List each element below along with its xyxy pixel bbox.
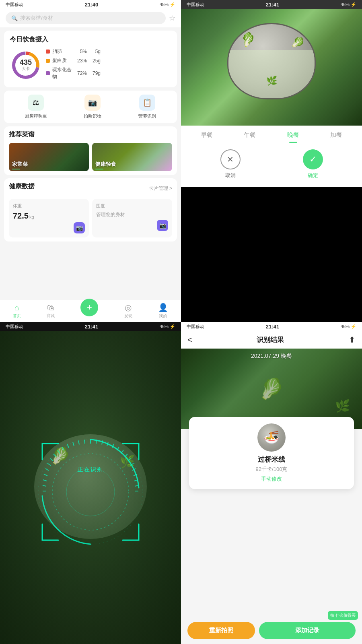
tool-nutrition[interactable]: 📋 营养识别 — [138, 95, 156, 119]
tool-scale[interactable]: ⚖ 厨房秤称重 — [25, 95, 47, 119]
tab-breakfast[interactable]: 早餐 — [201, 131, 213, 143]
battery-2: 46%⚡ — [341, 2, 356, 7]
weight-unit: kg — [29, 215, 34, 219]
fat-pct: 5% — [75, 49, 87, 54]
svg-point-4 — [38, 440, 143, 544]
search-icon: 🔍 — [11, 15, 18, 21]
manage-link[interactable]: 卡片管理 > — [149, 185, 172, 192]
nav-home[interactable]: ⌂ 首页 — [13, 303, 21, 319]
svg-line-34 — [43, 485, 46, 486]
share-button[interactable]: ⬆ — [349, 335, 356, 345]
recipe-card-homestyle[interactable]: 家常菜 — [9, 143, 89, 171]
calorie-value: 435 — [20, 59, 32, 66]
battery-4: 46%⚡ — [341, 324, 356, 329]
scan-svg — [34, 436, 147, 548]
panel-result: 中国移动 21:41 46%⚡ < 识别结果 ⬆ 🥬 🌿 2021.07.29 … — [181, 322, 362, 644]
weight-camera-btn[interactable]: 📷 — [74, 222, 85, 233]
measure-camera-btn[interactable]: 📷 — [157, 220, 168, 231]
nav-profile[interactable]: 👤 我的 — [158, 303, 168, 319]
add-record-button[interactable]: 添加记录 — [259, 622, 356, 639]
nutrition-icon-wrap: 📋 — [139, 95, 155, 111]
measure-card: 围度 管理您的身材 📷 — [92, 199, 172, 237]
confirm-circle: ✓ — [303, 149, 323, 169]
health-section: 健康数据 卡片管理 > 体重 72.5 kg 📷 围度 管理您的身材 — [4, 178, 177, 242]
back-button[interactable]: < — [187, 335, 192, 345]
fat-label: 脂肪 — [52, 48, 72, 55]
nav-shop[interactable]: 🛍 商城 — [47, 303, 55, 319]
calorie-display: 435 大卡 — [20, 59, 32, 72]
add-button[interactable]: + — [80, 299, 98, 316]
protein-pct: 23% — [75, 58, 87, 64]
camera-btn-icon: 📷 — [76, 225, 83, 231]
fat-gram: 5g — [89, 49, 101, 54]
recipe-card2-label: 健康轻食 — [95, 161, 116, 168]
svg-line-8 — [96, 440, 97, 444]
battery-3: 46%⚡ — [160, 324, 175, 329]
weight-camera-wrap: 📷 — [13, 221, 85, 233]
home-icon: ⌂ — [14, 303, 19, 312]
scale-icon: ⚖ — [33, 98, 39, 107]
bookmark-icon[interactable]: ☆ — [169, 14, 175, 23]
health-header: 健康数据 卡片管理 > — [9, 182, 172, 195]
time-3: 21:41 — [85, 324, 98, 330]
veg2: 🥬 — [290, 35, 306, 50]
svg-line-24 — [73, 442, 74, 446]
tab-dinner[interactable]: 晚餐 — [287, 131, 299, 143]
action-row: ✕ 取消 ✓ 确定 — [181, 143, 362, 187]
cancel-circle: ✕ — [220, 149, 241, 169]
measure-camera-wrap: 📷 — [96, 218, 168, 231]
tab-snack[interactable]: 加餐 — [330, 131, 342, 143]
photo-label: 拍照识物 — [84, 113, 101, 119]
search-input[interactable]: 🔍 搜索菜谱/食材 — [6, 12, 166, 24]
nutrition-icon: 📋 — [143, 98, 152, 107]
tab-lunch[interactable]: 午餐 — [244, 131, 256, 143]
result-page-title: 识别结果 — [257, 335, 284, 345]
donut-chart: 435 大卡 — [10, 49, 42, 81]
nav-add[interactable]: + — [80, 305, 98, 316]
veg1: 🥬 — [239, 30, 257, 49]
battery-pct-4: 46% — [341, 324, 350, 329]
cancel-button[interactable]: ✕ 取消 — [220, 149, 241, 179]
add-icon: + — [87, 303, 92, 312]
panel-scanning: 中国移动 21:41 46%⚡ 🥬 🌿 — [0, 322, 181, 644]
weight-card-title: 体重 — [13, 203, 85, 209]
carrier-3: 中国移动 — [6, 324, 23, 330]
protein-dot — [46, 59, 50, 63]
retake-button[interactable]: 重新拍照 — [187, 622, 255, 639]
bottom-nav: ⌂ 首页 🛍 商城 + ◎ 发现 👤 我的 — [0, 300, 181, 322]
meal-tabs-section: 早餐 午餐 晚餐 加餐 — [181, 126, 362, 143]
confirm-button[interactable]: ✓ 确定 — [303, 149, 323, 179]
svg-line-22 — [84, 440, 85, 444]
scanning-text: 正在识别 — [78, 466, 103, 473]
meal-tabs: 早餐 午餐 晚餐 加餐 — [181, 131, 362, 143]
result-card: 🍜 过桥米线 92千卡/100克 手动修改 — [189, 417, 354, 489]
status-bar-4: 中国移动 21:41 46%⚡ — [181, 322, 362, 331]
time-4: 21:41 — [266, 324, 279, 330]
manual-edit-link[interactable]: 手动修改 — [261, 475, 282, 483]
svg-line-25 — [67, 444, 69, 448]
result-veg2: 🌿 — [335, 399, 350, 413]
svg-line-29 — [50, 458, 53, 461]
search-placeholder: 搜索菜谱/食材 — [20, 14, 53, 22]
food-thumb-icon: 🍜 — [263, 430, 280, 445]
svg-point-6 — [66, 468, 115, 516]
tool-photo[interactable]: 📷 拍照识物 — [84, 95, 101, 119]
food-thumbnail: 🍜 — [257, 423, 286, 452]
recipe-card-light[interactable]: 健康轻食 — [92, 143, 172, 171]
protein-row: 蛋白质 23% 25g — [46, 57, 171, 64]
carb-row: 碳水化合物 72% 79g — [46, 66, 171, 80]
profile-label: 我的 — [159, 313, 167, 319]
carrier-2: 中国移动 — [187, 2, 204, 8]
svg-line-33 — [43, 480, 47, 481]
svg-line-32 — [44, 474, 47, 476]
veg3: 🌿 — [266, 76, 277, 86]
time-2: 21:41 — [266, 2, 279, 8]
nutrition-row: 435 大卡 脂肪 5% 5g 蛋白质 23% 25g — [10, 48, 171, 83]
weight-value-row: 72.5 kg — [13, 211, 85, 221]
nav-discover[interactable]: ◎ 发现 — [124, 303, 132, 319]
today-section: 今日饮食摄入 435 大卡 脂肪 5% — [4, 31, 177, 87]
cancel-label: 取消 — [225, 172, 236, 179]
bottom-buttons: 重新拍照 添加记录 — [181, 617, 362, 644]
svg-line-28 — [53, 454, 56, 457]
battery-pct-1: 45% — [160, 2, 169, 7]
